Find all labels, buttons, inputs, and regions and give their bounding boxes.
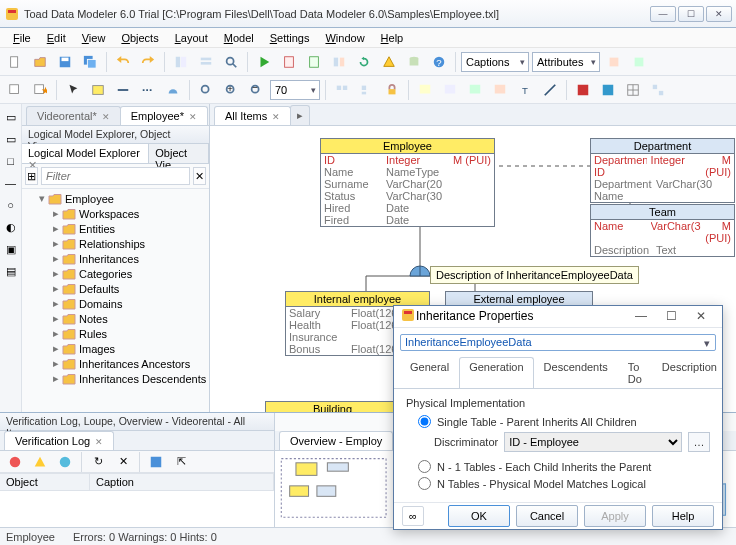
refresh-icon[interactable] — [353, 51, 375, 73]
rail-item-3[interactable]: □ — [2, 152, 20, 170]
dlg-tab-descendents[interactable]: Descendents — [534, 357, 618, 388]
expand-all-icon[interactable]: ⊞ — [25, 167, 38, 185]
rail-item-4[interactable]: — — [2, 174, 20, 192]
refreshlog-icon[interactable]: ↻ — [87, 451, 109, 473]
tab-overview[interactable]: Overview - Employ — [279, 431, 393, 450]
menu-view[interactable]: View — [75, 31, 113, 45]
lock-icon[interactable] — [381, 79, 403, 101]
inh-icon[interactable] — [162, 79, 184, 101]
dialog-max-icon[interactable]: ☐ — [656, 309, 686, 323]
tree-item[interactable]: ▸Inheritances Descendents — [22, 371, 209, 386]
tree-item[interactable]: ▸Inheritances Ancestors — [22, 356, 209, 371]
maximize-button[interactable]: ☐ — [678, 6, 704, 22]
filter1-icon[interactable] — [603, 51, 625, 73]
tab-verlog[interactable]: Verification Log✕ — [4, 431, 114, 450]
menu-objects[interactable]: Objects — [114, 31, 165, 45]
layout-icon[interactable] — [647, 79, 669, 101]
menu-model[interactable]: Model — [217, 31, 261, 45]
link-icon[interactable]: ∞ — [402, 506, 424, 526]
db-icon[interactable] — [403, 51, 425, 73]
menu-edit[interactable]: Edit — [40, 31, 73, 45]
run-icon[interactable] — [253, 51, 275, 73]
clear-filter-icon[interactable]: ✕ — [193, 167, 206, 185]
rel-icon[interactable] — [112, 79, 134, 101]
exportlog-icon[interactable]: ⇱ — [170, 451, 192, 473]
search-icon[interactable] — [220, 51, 242, 73]
newmodel-icon[interactable] — [4, 79, 26, 101]
discriminator-select[interactable]: ID - Employee — [504, 432, 682, 452]
radio-n-tables[interactable] — [418, 477, 431, 490]
dialog-object-combo[interactable]: InheritanceEmployeeData — [400, 334, 716, 351]
dlg-tab-todo[interactable]: To Do — [618, 357, 652, 388]
props-icon[interactable] — [195, 51, 217, 73]
menu-help[interactable]: Help — [374, 31, 411, 45]
tree-item[interactable]: ▸Workspaces — [22, 206, 209, 221]
err-icon[interactable] — [4, 451, 26, 473]
discriminator-browse-button[interactable]: … — [688, 432, 710, 452]
newmodel2-icon[interactable]: ★ — [29, 79, 51, 101]
line-icon[interactable] — [539, 79, 561, 101]
radio-n1-tables[interactable] — [418, 460, 431, 473]
rail-item-8[interactable]: ▤ — [2, 262, 20, 280]
tree-item[interactable]: ▸Categories — [22, 266, 209, 281]
rail-item-2[interactable]: ▭ — [2, 130, 20, 148]
rail-item-6[interactable]: ◐ — [2, 218, 20, 236]
saveall-icon[interactable] — [79, 51, 101, 73]
canvas-tab-add[interactable]: ▸ — [290, 105, 310, 125]
open-icon[interactable] — [29, 51, 51, 73]
close-button[interactable]: ✕ — [706, 6, 732, 22]
zoomin-icon[interactable]: + — [220, 79, 242, 101]
tree-item[interactable]: ▸Entities — [22, 221, 209, 236]
filter2-icon[interactable] — [628, 51, 650, 73]
close-icon[interactable]: ✕ — [189, 112, 197, 122]
tree-item[interactable]: ▸Rules — [22, 326, 209, 341]
dlg-tab-general[interactable]: General — [400, 357, 459, 388]
tree-item[interactable]: ▸Images — [22, 341, 209, 356]
report-icon[interactable] — [303, 51, 325, 73]
menu-settings[interactable]: Settings — [263, 31, 317, 45]
image-icon[interactable] — [489, 79, 511, 101]
help-icon[interactable]: ? — [428, 51, 450, 73]
tab-videorental[interactable]: Videorental*✕ — [26, 106, 121, 125]
text-icon[interactable]: T — [514, 79, 536, 101]
menu-layout[interactable]: Layout — [168, 31, 215, 45]
close-icon[interactable]: ✕ — [102, 112, 110, 122]
cat-icon[interactable] — [464, 79, 486, 101]
redo-icon[interactable] — [137, 51, 159, 73]
cancel-button[interactable]: Cancel — [516, 505, 578, 527]
tree-item[interactable]: ▸Domains — [22, 296, 209, 311]
stamp-icon[interactable] — [439, 79, 461, 101]
zoom-combo[interactable]: 70 — [270, 80, 320, 100]
save-icon[interactable] — [54, 51, 76, 73]
warn-icon[interactable] — [378, 51, 400, 73]
gen-icon[interactable] — [278, 51, 300, 73]
zoomfit-icon[interactable] — [195, 79, 217, 101]
tree-item[interactable]: ▸Notes — [22, 311, 209, 326]
clearlog-icon[interactable]: ✕ — [112, 451, 134, 473]
explorer-icon[interactable] — [170, 51, 192, 73]
menu-file[interactable]: File — [6, 31, 38, 45]
entity-icon[interactable] — [87, 79, 109, 101]
help-button[interactable]: Help — [652, 505, 714, 527]
inheritance-icon[interactable] — [408, 258, 432, 278]
color2-icon[interactable] — [597, 79, 619, 101]
inflog-icon[interactable] — [54, 451, 76, 473]
filter-input[interactable] — [41, 167, 190, 185]
pointer-icon[interactable] — [62, 79, 84, 101]
savelog-icon[interactable] — [145, 451, 167, 473]
rail-item-1[interactable]: ▭ — [2, 108, 20, 126]
menu-window[interactable]: Window — [318, 31, 371, 45]
subtab-objview[interactable]: Object Vie — [149, 144, 209, 163]
rel2-icon[interactable] — [137, 79, 159, 101]
zoomout-icon[interactable]: − — [245, 79, 267, 101]
rail-item-5[interactable]: ○ — [2, 196, 20, 214]
entity-team[interactable]: Team NameVarChar(30)M (PUI)DescriptionTe… — [590, 204, 735, 257]
align1-icon[interactable] — [331, 79, 353, 101]
tree-item[interactable]: ▸Defaults — [22, 281, 209, 296]
entity-employee[interactable]: Employee IDIntegerM (PUI)NameNameTypeSur… — [320, 138, 495, 227]
dialog-min-icon[interactable]: — — [626, 309, 656, 323]
compare-icon[interactable] — [328, 51, 350, 73]
tree-item[interactable]: ▸Inheritances — [22, 251, 209, 266]
canvas-tab-allitems[interactable]: All Items✕ — [214, 106, 291, 125]
grid-icon[interactable] — [622, 79, 644, 101]
